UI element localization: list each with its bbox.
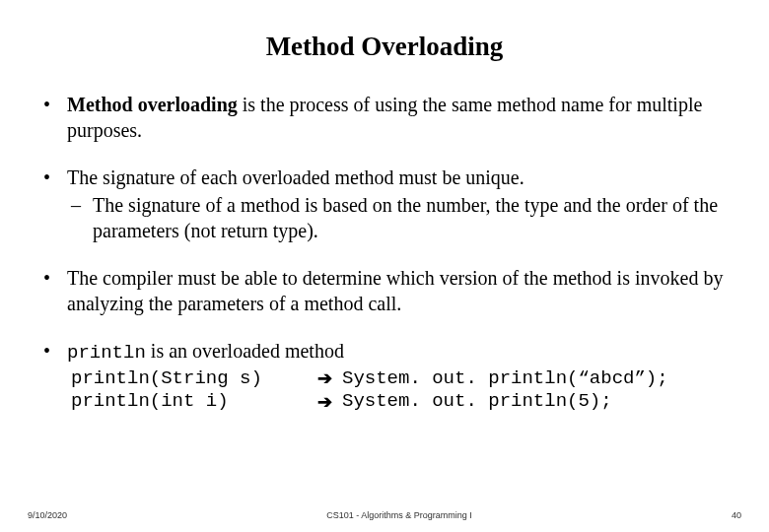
code-row: println(String s) ➔ System. out. println… [71,367,730,391]
code-block: println(String s) ➔ System. out. println… [71,367,730,415]
bullet-2-text: The signature of each overloaded method … [67,166,524,188]
slide-title: Method Overloading [39,32,730,62]
slide: Method Overloading Method overloading is… [0,0,769,532]
bullet-4-code: println [67,342,146,364]
bullet-item-1: Method overloading is the process of usi… [39,92,730,143]
bullet-3-text: The compiler must be able to determine w… [67,267,723,314]
code-left: println(String s) [71,367,308,391]
footer-page: 40 [732,510,741,520]
code-right: System. out. println(“abcd”); [342,367,668,391]
footer-date: 9/10/2020 [28,510,67,520]
bullet-list: Method overloading is the process of usi… [39,92,730,414]
footer: 9/10/2020 CS101 - Algorithms & Programmi… [0,510,769,520]
bullet-item-3: The compiler must be able to determine w… [39,265,730,316]
code-row: println(int i) ➔ System. out. println(5)… [71,390,730,414]
bullet-4-text: is an overloaded method [146,340,344,362]
code-left: println(int i) [71,390,308,414]
bullet-1-bold: Method overloading [67,94,238,115]
bullet-item-2: The signature of each overloaded method … [39,165,730,243]
arrow-icon: ➔ [317,367,332,390]
bullet-2-sub: The signature of a method is based on th… [67,192,730,243]
arrow-icon: ➔ [317,391,332,414]
code-right: System. out. println(5); [342,390,612,414]
footer-course: CS101 - Algorithms & Programming I [326,510,472,520]
bullet-2-sublist: The signature of a method is based on th… [67,192,730,243]
bullet-item-4: println is an overloaded method println(… [39,338,730,414]
